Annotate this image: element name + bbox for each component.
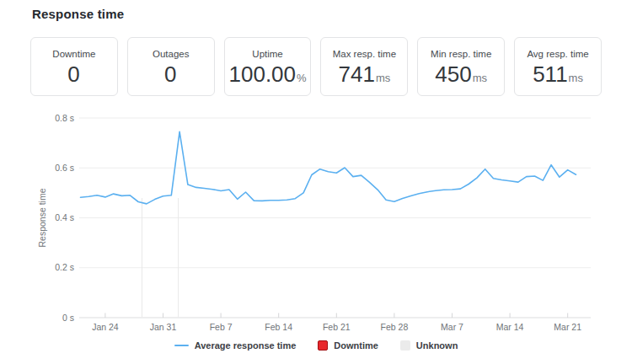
- chart-legend: Average response time Downtime Unknown: [0, 340, 632, 351]
- svg-text:Mar 7: Mar 7: [441, 322, 463, 332]
- legend-item-average-response-time[interactable]: Average response time: [174, 340, 297, 351]
- svg-text:0.4 s: 0.4 s: [55, 212, 74, 222]
- legend-label: Average response time: [195, 340, 297, 351]
- legend-label: Downtime: [334, 340, 378, 351]
- svg-text:Feb 28: Feb 28: [381, 322, 409, 332]
- legend-item-unknown[interactable]: Unknown: [400, 340, 458, 351]
- svg-text:Jan 31: Jan 31: [150, 322, 177, 332]
- svg-text:Mar 14: Mar 14: [496, 322, 524, 332]
- response-time-chart: 0 s0.2 s0.4 s0.6 s0.8 sJan 24Jan 31Feb 7…: [0, 0, 632, 364]
- svg-text:0 s: 0 s: [62, 313, 74, 323]
- downtime-swatch-icon: [318, 340, 328, 351]
- legend-item-downtime[interactable]: Downtime: [318, 340, 378, 351]
- legend-label: Unknown: [416, 340, 458, 351]
- svg-text:0.2 s: 0.2 s: [55, 262, 74, 272]
- line-swatch-icon: [174, 345, 189, 346]
- svg-text:0.8 s: 0.8 s: [55, 113, 74, 123]
- svg-text:Mar 21: Mar 21: [554, 322, 581, 332]
- svg-text:Response time: Response time: [37, 188, 47, 247]
- svg-text:Jan 24: Jan 24: [92, 322, 119, 332]
- svg-text:Feb 14: Feb 14: [265, 322, 292, 332]
- unknown-swatch-icon: [400, 340, 410, 351]
- svg-text:Feb 21: Feb 21: [323, 322, 351, 332]
- svg-text:Feb 7: Feb 7: [210, 322, 233, 332]
- svg-text:0.6 s: 0.6 s: [55, 163, 74, 173]
